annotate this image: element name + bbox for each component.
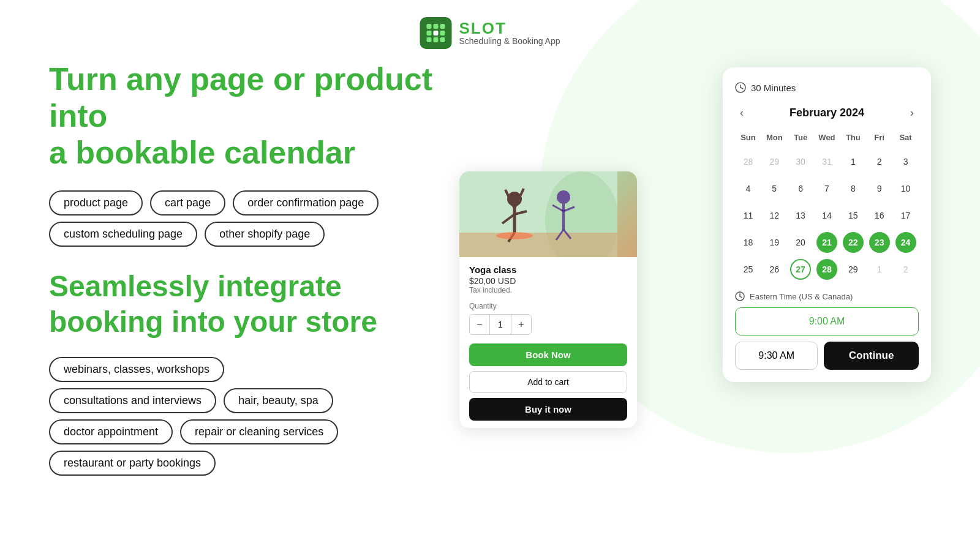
calendar-day: 7: [814, 175, 840, 202]
svg-rect-11: [459, 233, 617, 257]
quantity-minus-button[interactable]: −: [470, 315, 489, 334]
tag-repair: repair or cleaning services: [180, 419, 338, 444]
calendar-day: 29: [840, 256, 866, 283]
quantity-section: Quantity − 1 +: [459, 299, 637, 340]
calendar-day[interactable]: 28: [814, 256, 840, 283]
time-slot-900[interactable]: 9:00 AM: [735, 307, 919, 335]
calendar-day: 11: [735, 202, 761, 229]
weekday-header: Thu: [840, 130, 866, 148]
calendar-day: 14: [814, 202, 840, 229]
tag-other-shopify: other shopify page: [205, 222, 325, 247]
product-image: [459, 171, 637, 257]
calendar-day: 2: [892, 256, 919, 283]
calendar-day[interactable]: 23: [866, 229, 892, 256]
calendar-day: 8: [840, 175, 866, 202]
calendar-day[interactable]: 24: [892, 229, 919, 256]
svg-rect-5: [440, 31, 445, 36]
calendar-day[interactable]: 22: [840, 229, 866, 256]
quantity-plus-button[interactable]: +: [511, 315, 531, 334]
calendar-day: 29: [761, 148, 788, 175]
use-case-tags-3: doctor appointment repair or cleaning se…: [49, 419, 478, 444]
svg-line-31: [740, 296, 742, 298]
product-tax: Tax included.: [469, 286, 627, 294]
svg-point-25: [496, 232, 533, 239]
weekday-header: Sun: [735, 130, 761, 148]
time-slot-row-1: 9:00 AM: [735, 307, 919, 335]
prev-month-button[interactable]: ‹: [735, 104, 748, 122]
card-buttons: Book Now Add to cart Buy it now: [459, 340, 637, 428]
calendar-day: 26: [761, 256, 788, 283]
buy-it-now-button[interactable]: Buy it now: [469, 398, 627, 421]
time-slot-930[interactable]: 9:30 AM: [735, 342, 818, 370]
product-name: Yoga class: [469, 264, 627, 275]
tag-cart-page: cart page: [150, 190, 225, 216]
calendar-day: 1: [866, 256, 892, 283]
calendar-day[interactable]: 28: [735, 148, 761, 175]
app-subtitle: Scheduling & Booking App: [459, 36, 560, 46]
calendar-day: 4: [735, 175, 761, 202]
svg-rect-8: [440, 37, 445, 42]
tag-webinars: webinars, classes, workshops: [49, 357, 224, 382]
weekday-header: Wed: [814, 130, 840, 148]
svg-rect-2: [440, 24, 445, 29]
integration-title: Seamlessly integrate booking into your s…: [49, 269, 478, 339]
svg-rect-1: [433, 24, 438, 29]
svg-point-19: [557, 190, 570, 204]
page-tags-row: product page cart page order confirmatio…: [49, 190, 478, 216]
use-case-tags-4: restaurant or party bookings: [49, 451, 478, 476]
add-to-cart-button[interactable]: Add to cart: [469, 371, 627, 393]
weekday-header: Tue: [788, 130, 814, 148]
calendar-day: 16: [866, 202, 892, 229]
calendar-header: ‹ February 2024 ›: [735, 104, 919, 122]
calendar-day: 30: [788, 148, 814, 175]
product-price: $20,00 USD: [469, 276, 627, 286]
duration-label: 30 Minutes: [751, 83, 796, 93]
calendar-day: 10: [892, 175, 919, 202]
timezone-clock-icon: [735, 291, 745, 301]
tag-doctor: doctor appointment: [49, 419, 173, 444]
app-logo-text: SLOT Scheduling & Booking App: [459, 20, 560, 46]
tag-order-confirmation: order confirmation page: [233, 190, 379, 216]
product-info: Yoga class $20,00 USD Tax included.: [459, 257, 637, 299]
svg-rect-3: [426, 31, 431, 36]
tag-custom-scheduling: custom scheduling page: [49, 222, 197, 247]
quantity-control: − 1 +: [469, 314, 532, 335]
calendar-day: 20: [788, 229, 814, 256]
book-now-button[interactable]: Book Now: [469, 343, 627, 366]
tag-restaurant: restaurant or party bookings: [49, 451, 216, 476]
calendar-day: 18: [735, 229, 761, 256]
calendar-grid: SunMonTueWedThuFriSat 282930311234567891…: [735, 130, 919, 283]
product-card: Yoga class $20,00 USD Tax included. Quan…: [459, 171, 637, 428]
calendar-day: 12: [761, 202, 788, 229]
calendar-day[interactable]: 21: [814, 229, 840, 256]
quantity-label: Quantity: [469, 302, 627, 310]
continue-button[interactable]: Continue: [824, 342, 919, 370]
calendar-month: February 2024: [790, 107, 864, 119]
app-name: SLOT: [459, 20, 560, 36]
app-header: SLOT Scheduling & Booking App: [420, 17, 560, 49]
calendar-day[interactable]: 27: [788, 256, 814, 283]
weekday-header: Fri: [866, 130, 892, 148]
next-month-button[interactable]: ›: [905, 104, 919, 122]
calendar-day: 13: [788, 202, 814, 229]
use-case-tags-2: consultations and interviews hair, beaut…: [49, 388, 478, 413]
svg-line-28: [741, 88, 743, 89]
time-slots: 9:00 AM 9:30 AM Continue: [735, 307, 919, 370]
weekday-header: Sat: [892, 130, 919, 148]
calendar-day: 31: [814, 148, 840, 175]
svg-rect-4: [433, 31, 438, 36]
calendar-day: 5: [761, 175, 788, 202]
time-slot-row-2: 9:30 AM Continue: [735, 342, 919, 370]
calendar-day: 15: [840, 202, 866, 229]
calendar-day: 19: [761, 229, 788, 256]
calendar-day: 9: [866, 175, 892, 202]
calendar-day: 1: [840, 148, 866, 175]
calendar-duration: 30 Minutes: [735, 82, 919, 93]
weekday-header: Mon: [761, 130, 788, 148]
svg-rect-0: [426, 24, 431, 29]
svg-rect-7: [433, 37, 438, 42]
calendar-day: 17: [892, 202, 919, 229]
calendar-day: 25: [735, 256, 761, 283]
use-case-tags-1: webinars, classes, workshops: [49, 357, 478, 382]
timezone-row: Eastern Time (US & Canada): [735, 291, 919, 301]
